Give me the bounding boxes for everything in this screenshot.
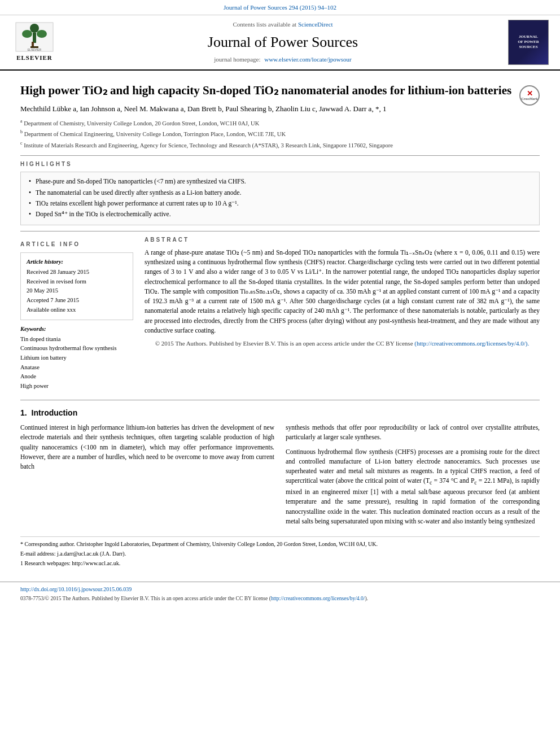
elsevier-logo-area: ELSEVIER ELSEVIER (9, 20, 60, 65)
keyword-4: Anatase (20, 364, 133, 372)
synthesized-word: synthesized (505, 518, 535, 525)
highlight-item-2: The nanomaterial can be used directly af… (29, 188, 531, 198)
article-info-abstract-section: ARTICLE INFO Article history: Received 2… (20, 236, 540, 392)
page-footer: http://dx.doi.org/10.1016/j.jpowsour.201… (0, 582, 560, 606)
footnote-text-3: 1 Research webpages: http://www.ucl.ac.u… (20, 560, 120, 566)
contents-text: Contents lists available at (233, 21, 296, 28)
divider-1 (20, 155, 540, 156)
svg-rect-2 (33, 33, 36, 43)
doi-link[interactable]: http://dx.doi.org/10.1016/j.jpowsour.201… (20, 586, 132, 592)
sciencedirect-link[interactable]: ScienceDirect (298, 21, 333, 28)
authors-line: Mechthild Lübke a, Ian Johnson a, Neel M… (20, 104, 540, 115)
intro-title: Introduction (32, 408, 78, 417)
received-date: Received 28 January 2015 (27, 268, 127, 277)
footnote-text-1: * Corresponding author. Christopher Ingo… (20, 541, 378, 547)
keyword-1: Tin doped titania (20, 335, 133, 344)
intro-col-right: synthesis methods that offer poor reprod… (286, 423, 540, 531)
revised-label: Received in revised form (27, 278, 127, 286)
keyword-2: Continuous hydrothermal flow synthesis (20, 344, 133, 353)
affil-text-b: Department of Chemical Engineering, Univ… (24, 131, 286, 137)
affiliation-b: b Department of Chemical Engineering, Un… (20, 129, 540, 138)
crossmark-label: CrossMark (521, 97, 537, 102)
elsevier-tree-icon: ELSEVIER (15, 21, 54, 53)
journal-cover-logo: JOURNALOF POWERSOURCES (508, 20, 549, 65)
intro-text-right: synthesis methods that offer poor reprod… (286, 423, 540, 443)
article-info-label: ARTICLE INFO (20, 241, 133, 249)
svg-point-4 (37, 30, 47, 38)
journal-citation-bar: Journal of Power Sources 294 (2015) 94–1… (0, 0, 560, 15)
copyright-text: © 2015 The Authors. Published by Elsevie… (155, 340, 413, 347)
crossmark-cross-icon: ✕ (527, 90, 533, 97)
authors-text: Mechthild Lübke a, Ian Johnson a, Neel M… (20, 104, 386, 113)
journal-header: ELSEVIER ELSEVIER Contents lists availab… (0, 15, 560, 71)
affiliation-c: c Institute of Materials Research and En… (20, 140, 540, 150)
page-wrapper: Journal of Power Sources 294 (2015) 94–1… (0, 0, 560, 606)
journal-logo-text: JOURNALOF POWERSOURCES (517, 33, 540, 51)
affil-sup-c: c (20, 141, 23, 146)
highlights-label: HIGHLIGHTS (20, 160, 540, 169)
journal-logo-right: JOURNALOF POWERSOURCES (506, 20, 551, 65)
contents-line: Contents lists available at ScienceDirec… (233, 20, 333, 29)
issn-line: 0378-7753/© 2015 The Authors. Published … (20, 595, 540, 603)
accepted-date: Accepted 7 June 2015 (27, 296, 127, 305)
keyword-5: Anode (20, 373, 133, 381)
journal-header-center: Contents lists available at ScienceDirec… (65, 20, 500, 65)
intro-text-left: Continued interest in high performance l… (20, 423, 274, 471)
intro-heading: 1. Introduction (20, 407, 540, 418)
affil-text-a: Department of Chemistry, University Coll… (24, 120, 259, 126)
divider-3 (20, 400, 540, 400)
footnote-1: * Corresponding author. Christopher Ingo… (20, 540, 540, 548)
intro-col-left: Continued interest in high performance l… (20, 423, 274, 531)
highlight-item-1: Phase-pure and Sn-doped TiO₂ nanoparticl… (29, 177, 531, 186)
footnote-3: 1 Research webpages: http://www.ucl.ac.u… (20, 560, 540, 567)
doi-line: http://dx.doi.org/10.1016/j.jpowsour.201… (20, 586, 540, 594)
affiliations: a Department of Chemistry, University Co… (20, 118, 540, 150)
svg-point-3 (22, 30, 32, 38)
abstract-text: A range of phase-pure anatase TiO₂ (~5 n… (145, 248, 540, 348)
article-info-column: ARTICLE INFO Article history: Received 2… (20, 236, 133, 392)
affiliation-a: a Department of Chemistry, University Co… (20, 118, 540, 128)
homepage-label: journal homepage: (214, 56, 260, 63)
footnote-email: E-mail address: j.a.darr@ucl.ac.uk (J.A.… (20, 550, 540, 558)
homepage-line: journal homepage: www.elsevier.com/locat… (214, 55, 351, 64)
svg-text:ELSEVIER: ELSEVIER (28, 48, 42, 51)
journal-title-header: Journal of Power Sources (208, 32, 358, 53)
highlight-item-4: Doped Sn⁴⁺ in the TiO₂ is electrochemica… (29, 209, 531, 219)
abstract-copyright: © 2015 The Authors. Published by Elsevie… (145, 339, 540, 348)
copyright-link[interactable]: (http://creativecommons.org/licenses/by/… (414, 340, 529, 347)
article-info-box: Article history: Received 28 January 201… (20, 252, 133, 321)
license-link[interactable]: http://creativecommons.org/licenses/by/4… (271, 596, 365, 601)
elsevier-label: ELSEVIER (16, 54, 53, 63)
abstract-column: ABSTRACT A range of phase-pure anatase T… (145, 236, 540, 392)
footnote-text-2: E-mail address: j.a.darr@ucl.ac.uk (J.A.… (20, 551, 126, 557)
journal-citation: Journal of Power Sources 294 (2015) 94–1… (224, 4, 336, 11)
highlights-list: Phase-pure and Sn-doped TiO₂ nanoparticl… (29, 177, 531, 219)
intro-number: 1. (20, 408, 27, 417)
highlights-box: Phase-pure and Sn-doped TiO₂ nanoparticl… (20, 172, 540, 225)
abstract-label: ABSTRACT (145, 236, 540, 244)
article-title: ✕ CrossMark High power TiO₂ and high cap… (20, 83, 540, 98)
highlight-item-3: TiO₂ retains excellent high power perfor… (29, 199, 531, 208)
keyword-6: High power (20, 382, 133, 391)
homepage-link[interactable]: www.elsevier.com/locate/jpowsour (264, 56, 351, 63)
history-label: Article history: (27, 257, 127, 266)
intro-text-right-2: Continuous hydrothermal flow synthesis (… (286, 447, 540, 526)
intro-body-columns: Continued interest in high performance l… (20, 423, 540, 531)
main-content: ✕ CrossMark High power TiO₂ and high cap… (0, 71, 560, 576)
revised-date: 20 May 2015 (27, 287, 127, 295)
issn-end: ). (365, 596, 368, 601)
affil-sup-a: a (20, 119, 23, 124)
crossmark-badge[interactable]: ✕ CrossMark (519, 85, 540, 106)
keywords-label: Keywords: (20, 325, 133, 333)
keyword-3: Lithium ion battery (20, 354, 133, 362)
article-title-text: High power TiO₂ and high capacity Sn-dop… (20, 84, 511, 97)
footnotes-section: * Corresponding author. Christopher Ingo… (20, 536, 540, 567)
affil-sup-b: b (20, 129, 23, 134)
svg-point-1 (30, 24, 39, 33)
affil-text-c: Institute of Materials Research and Engi… (24, 142, 393, 148)
keywords-box: Keywords: Tin doped titania Continuous h… (20, 325, 133, 390)
abstract-body: A range of phase-pure anatase TiO₂ (~5 n… (145, 248, 540, 335)
divider-2 (20, 231, 540, 231)
online-date: Available online xxx (27, 306, 127, 314)
introduction-section: 1. Introduction Continued interest in hi… (20, 407, 540, 531)
